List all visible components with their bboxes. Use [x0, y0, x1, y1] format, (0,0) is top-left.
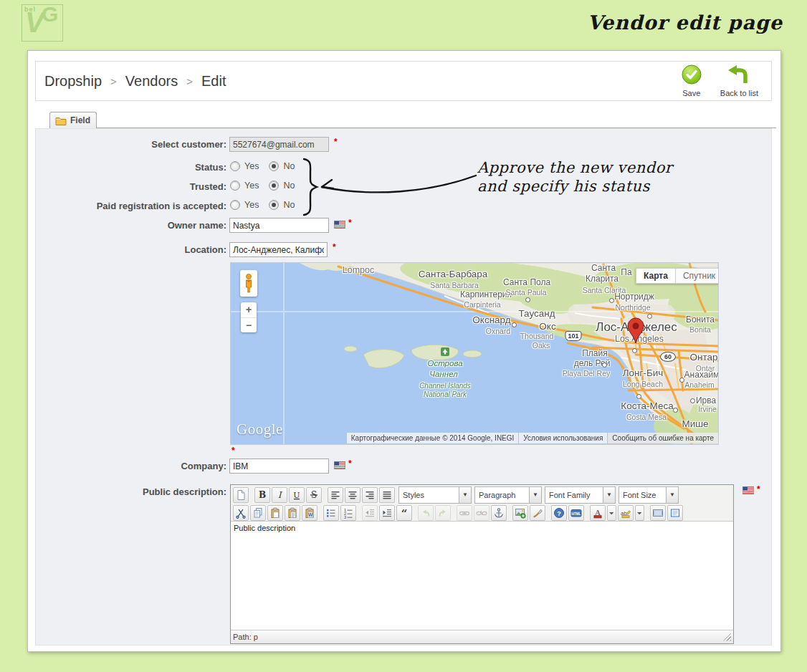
newdoc-button[interactable]: [233, 487, 249, 503]
backcolor-button[interactable]: ab: [618, 505, 634, 521]
map-label: Санта-Барбара: [419, 269, 488, 279]
zoom-out-button[interactable]: −: [241, 318, 257, 333]
alignleft-icon: [330, 489, 341, 501]
pastetext-button[interactable]: [285, 505, 300, 521]
bold-button[interactable]: B: [254, 487, 270, 503]
map-label: Bonita: [689, 325, 711, 334]
street-view-pegman-control[interactable]: [240, 270, 257, 297]
paid-no-radio[interactable]: [269, 200, 279, 210]
undo-icon: [420, 507, 431, 519]
undo-button[interactable]: [418, 505, 434, 521]
svg-text:ab: ab: [621, 509, 627, 516]
cleanup-button[interactable]: [530, 505, 545, 521]
code-button[interactable]: HTML: [568, 505, 584, 521]
location-input[interactable]: [229, 242, 328, 257]
italic-button[interactable]: I: [272, 487, 287, 503]
trusted-no-radio[interactable]: [269, 181, 279, 191]
blockquote-button[interactable]: “: [396, 505, 412, 521]
outdent-button[interactable]: [362, 505, 378, 521]
showblocks-icon: [669, 507, 681, 519]
alignjustify-button[interactable]: [379, 487, 395, 503]
map-type-satellite-button[interactable]: Спутник: [676, 268, 719, 284]
save-button[interactable]: Save: [682, 64, 702, 97]
link-button[interactable]: [457, 505, 472, 521]
unlink-button[interactable]: [474, 505, 490, 521]
alignright-button[interactable]: [362, 487, 378, 503]
back-to-list-button[interactable]: Back to list: [720, 64, 758, 97]
paragraph-select[interactable]: Paragraph▼: [474, 486, 542, 504]
anchor-button[interactable]: [491, 505, 507, 521]
location-label: Location:: [28, 244, 226, 255]
forecolor-menu-button[interactable]: [607, 505, 616, 521]
paid-registration-label: Paid registration is accepted:: [28, 201, 226, 211]
status-no-radio[interactable]: [269, 161, 279, 171]
paid-yes-label: Yes: [244, 200, 259, 210]
image-button[interactable]: [512, 505, 528, 521]
paid-yes-radio[interactable]: [230, 200, 240, 210]
help-button[interactable]: ?: [551, 505, 567, 521]
breadcrumb-item[interactable]: Vendors: [125, 73, 178, 89]
aligncenter-button[interactable]: [345, 487, 360, 503]
map-type-control: Карта Спутник: [636, 268, 719, 284]
owner-name-input[interactable]: [229, 218, 329, 233]
underline-button[interactable]: U: [289, 487, 305, 503]
link-icon: [459, 507, 470, 519]
styles-select[interactable]: Styles▼: [398, 486, 472, 504]
media-button[interactable]: [650, 505, 666, 521]
map-label: Oaks: [533, 341, 550, 350]
location-map[interactable]: LompocСанта-БарбараSanta BarbaraКарпинте…: [230, 262, 719, 445]
editor-content-area[interactable]: Public description: [231, 521, 733, 630]
map-label: Long Beach: [623, 380, 663, 388]
status-yes-radio[interactable]: [230, 161, 240, 171]
select-customer-input[interactable]: [229, 137, 329, 152]
indent-icon: [381, 507, 393, 519]
cut-button[interactable]: [233, 505, 249, 521]
attribution-data: Картографические данные © 2014 Google, I…: [347, 433, 519, 443]
strike-button[interactable]: S: [306, 487, 322, 503]
numlist-button[interactable]: 123: [340, 505, 356, 521]
store-view-flag-icon: [742, 486, 754, 494]
paste-button[interactable]: [267, 505, 283, 521]
folder-icon: [55, 116, 67, 125]
forecolor-button[interactable]: A: [590, 505, 606, 521]
editor-path: Path: p: [233, 633, 258, 641]
redo-button[interactable]: [435, 505, 451, 521]
map-marker-icon[interactable]: [627, 317, 644, 345]
backcolor-menu-icon: [636, 507, 643, 519]
trusted-yes-radio[interactable]: [230, 181, 240, 191]
map-label: Онтар: [689, 352, 717, 363]
copy-button[interactable]: [250, 505, 266, 521]
map-city-dot: [679, 378, 684, 383]
chevron-down-icon: ▼: [603, 487, 615, 503]
breadcrumb-item[interactable]: Dropship: [44, 73, 102, 89]
trusted-yes-label: Yes: [244, 181, 259, 191]
attribution-report-link[interactable]: Сообщить об ошибке на карте: [607, 433, 718, 443]
zoom-in-button[interactable]: +: [241, 302, 257, 318]
backcolor-menu-button[interactable]: [635, 505, 644, 521]
map-label: Santa Barbara: [430, 281, 479, 289]
bullist-button[interactable]: [323, 505, 339, 521]
showblocks-button[interactable]: [667, 505, 683, 521]
tab-field[interactable]: Field: [49, 112, 97, 128]
pasteword-button[interactable]: W: [302, 505, 317, 521]
map-city-dot: [690, 398, 695, 403]
attribution-terms-link[interactable]: Условия использования: [518, 433, 607, 443]
trusted-radiogroup: Yes No: [230, 180, 305, 191]
map-attribution: Картографические данные © 2014 Google, I…: [347, 432, 718, 444]
alignright-icon: [364, 489, 376, 501]
font-size-select[interactable]: Font Size▼: [619, 486, 679, 504]
alignleft-button[interactable]: [328, 487, 343, 503]
editor-resize-grip[interactable]: [723, 633, 731, 641]
indent-button[interactable]: [379, 505, 395, 521]
map-type-map-button[interactable]: Карта: [636, 268, 676, 284]
paid-no-label: No: [283, 200, 295, 210]
breadcrumb-separator: >: [110, 75, 117, 87]
anchor-icon: [493, 507, 505, 519]
map-label: Costa Mesa: [626, 413, 667, 421]
status-no-label: No: [283, 161, 295, 171]
map-city-dot: [647, 314, 652, 319]
required-mark: *: [757, 484, 760, 494]
font-family-select[interactable]: Font Family▼: [545, 486, 616, 504]
select-label: Font Family: [545, 491, 603, 499]
company-input[interactable]: [229, 459, 329, 474]
